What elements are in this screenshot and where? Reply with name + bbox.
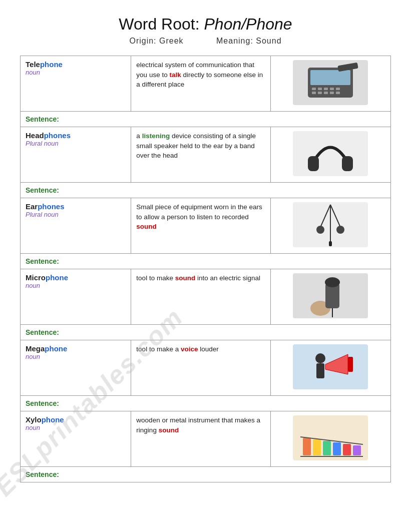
word-pos-microphone: noun — [26, 282, 126, 289]
headphones-icon — [293, 131, 368, 176]
word-root: phone — [46, 273, 68, 282]
word-megaphone: Megaphone — [26, 344, 126, 353]
word-headphones: Headphones — [26, 131, 126, 140]
word-cell-xylophone: Xylophone noun — [21, 411, 131, 467]
svg-point-21 — [316, 226, 324, 234]
sentence-row-telephone: Sentence: — [21, 112, 391, 127]
word-microphone: Microphone — [26, 273, 126, 282]
word-prefix: Micro — [26, 273, 46, 282]
desc-text: a listening device consisting of a singl… — [136, 132, 256, 159]
sentence-row-microphone: Sentence: — [21, 325, 391, 340]
sentence-cell: Sentence: — [21, 467, 391, 482]
svg-rect-16 — [342, 156, 353, 171]
sentence-label: Sentence: — [26, 186, 59, 194]
word-prefix: Mega — [26, 344, 45, 353]
svg-rect-7 — [336, 88, 340, 90]
word-root: phone — [42, 415, 64, 424]
table-row: Headphones Plural noun a listening devic… — [21, 127, 391, 183]
img-telephone — [270, 56, 390, 112]
desc-text: tool to make sound into an electric sign… — [136, 274, 260, 282]
word-prefix: Ear — [26, 202, 38, 211]
microphone-icon — [293, 273, 368, 318]
table-row: Microphone noun tool to make sound into … — [21, 269, 391, 325]
table-row: Telephone noun electrical system of comm… — [21, 56, 391, 112]
table-row: Megaphone noun tool to make a voice loud… — [21, 340, 391, 396]
svg-rect-39 — [353, 445, 361, 455]
sentence-row-earphones: Sentence: — [21, 254, 391, 269]
desc-telephone: electrical system of communication that … — [131, 56, 270, 112]
megaphone-icon — [293, 344, 368, 389]
sentence-cell: Sentence: — [21, 112, 391, 127]
img-earphones — [270, 198, 390, 254]
desc-text: electrical system of communication that … — [136, 61, 263, 88]
meaning-label: Meaning: Sound — [216, 37, 282, 45]
svg-rect-4 — [318, 88, 322, 90]
word-root: phones — [44, 131, 71, 140]
img-xylophone — [270, 411, 390, 467]
svg-rect-34 — [303, 438, 311, 455]
svg-rect-32 — [348, 357, 353, 372]
svg-rect-31 — [316, 363, 324, 378]
word-root: phone — [45, 344, 67, 353]
desc-microphone: tool to make sound into an electric sign… — [131, 269, 270, 325]
word-pos-earphones: Plural noun — [26, 211, 126, 218]
word-telephone: Telephone — [26, 60, 126, 69]
word-pos-xylophone: noun — [26, 424, 126, 431]
highlight: voice — [181, 345, 198, 353]
svg-rect-38 — [343, 444, 351, 455]
desc-megaphone: tool to make a voice louder — [131, 340, 270, 396]
word-root: phone — [40, 60, 63, 69]
table-row: Xylophone noun wooden or metal instrumen… — [21, 411, 391, 467]
sentence-cell: Sentence: — [21, 254, 391, 269]
telephone-icon — [293, 60, 368, 105]
sentence-cell: Sentence: — [21, 325, 391, 340]
sentence-label: Sentence: — [26, 328, 59, 336]
word-cell-microphone: Microphone noun — [21, 269, 131, 325]
desc-text: wooden or metal instrument that makes a … — [136, 416, 260, 434]
page-title: Word Root: Phon/Phone — [20, 15, 391, 34]
sentence-row-headphones: Sentence: — [21, 183, 391, 198]
word-prefix: Tele — [26, 60, 40, 69]
word-cell-telephone: Telephone noun — [21, 56, 131, 112]
word-cell-headphones: Headphones Plural noun — [21, 127, 131, 183]
desc-headphones: a listening device consisting of a singl… — [131, 127, 270, 183]
title-italic: Phon/Phone — [204, 15, 292, 33]
sentence-row-megaphone: Sentence: — [21, 396, 391, 411]
svg-rect-5 — [324, 88, 328, 90]
svg-point-27 — [325, 277, 340, 287]
word-root: phones — [38, 202, 64, 211]
highlight: sound — [136, 223, 157, 230]
origin-label: Origin: Greek — [129, 37, 183, 45]
svg-rect-9 — [318, 92, 322, 94]
sentence-label: Sentence: — [26, 257, 59, 265]
desc-earphones: Small piece of equipment worn in the ear… — [131, 198, 270, 254]
highlight: talk — [169, 71, 181, 79]
word-earphones: Earphones — [26, 202, 126, 211]
desc-text: Small piece of equipment worn in the ear… — [136, 203, 262, 230]
svg-rect-36 — [323, 441, 331, 455]
svg-rect-15 — [308, 156, 319, 171]
img-headphones — [270, 127, 390, 183]
word-cell-megaphone: Megaphone noun — [21, 340, 131, 396]
word-table: Telephone noun electrical system of comm… — [20, 56, 391, 482]
subtitle: Origin: Greek Meaning: Sound — [20, 37, 391, 46]
svg-rect-12 — [336, 92, 340, 94]
title-prefix: Word Root: — [119, 15, 204, 33]
word-pos-telephone: noun — [26, 69, 126, 76]
svg-rect-23 — [329, 241, 332, 246]
svg-rect-2 — [310, 70, 350, 85]
earphones-icon — [293, 202, 368, 247]
table-row: Earphones Plural noun Small piece of equ… — [21, 198, 391, 254]
svg-rect-14 — [293, 131, 368, 176]
svg-point-30 — [315, 353, 325, 363]
word-xylophone: Xylophone — [26, 415, 126, 424]
svg-rect-11 — [330, 92, 334, 94]
sentence-row-xylophone: Sentence: — [21, 467, 391, 482]
desc-xylophone: wooden or metal instrument that makes a … — [131, 411, 270, 467]
svg-rect-8 — [312, 92, 316, 94]
xylophone-icon — [293, 415, 368, 460]
highlight: sound — [175, 274, 196, 282]
desc-text: tool to make a voice louder — [136, 345, 218, 353]
img-megaphone — [270, 340, 390, 396]
svg-rect-10 — [324, 92, 328, 94]
